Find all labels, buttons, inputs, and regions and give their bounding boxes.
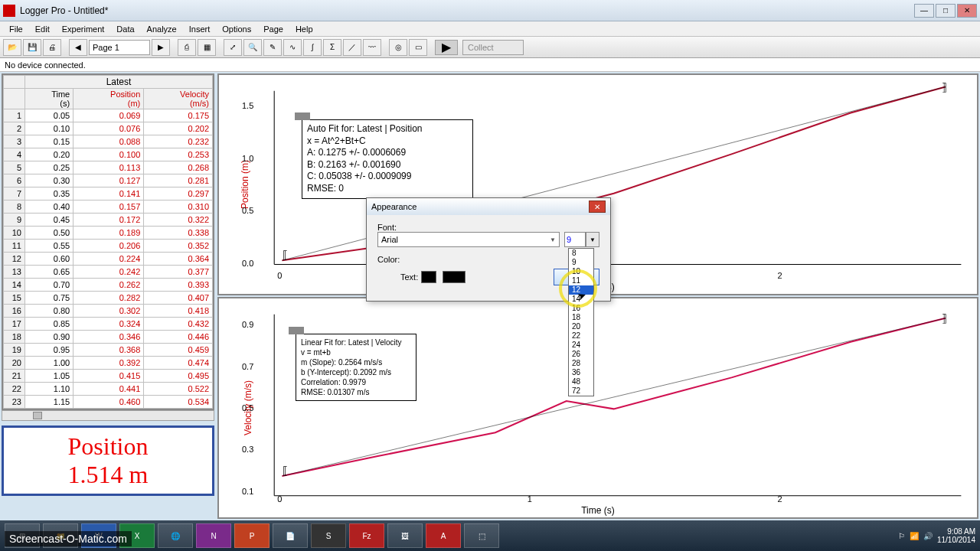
draw-icon[interactable]: ▭ <box>409 39 427 56</box>
table-row[interactable]: 80.400.1570.310 <box>4 201 213 214</box>
table-row[interactable]: 90.450.1720.322 <box>4 214 213 227</box>
size-option[interactable]: 16 <box>569 304 593 313</box>
size-option[interactable]: 22 <box>569 331 593 341</box>
data-table[interactable]: Latest Time(s) Position(m) Velocity(m/s)… <box>2 73 214 410</box>
size-option[interactable]: 36 <box>569 368 593 377</box>
zoom-icon[interactable]: 🔍 <box>243 39 262 56</box>
notepad-icon[interactable]: 📄 <box>273 523 308 548</box>
app-icon <box>3 5 15 17</box>
pictures-icon[interactable]: 🖼 <box>387 523 423 548</box>
menu-data[interactable]: Data <box>110 23 140 35</box>
tray-flag-icon[interactable]: ⚐ <box>898 532 905 540</box>
model-icon[interactable]: ◎ <box>389 39 407 56</box>
velocity-graph[interactable]: Velocity (m/s) ⟦ ⟧ 0.1 0.3 0.5 0.7 0.9 0… <box>217 297 978 519</box>
powerpoint-icon[interactable]: P <box>234 523 270 548</box>
open-icon[interactable]: 📂 <box>3 39 21 56</box>
table-row[interactable]: 20.100.0760.202 <box>4 122 213 135</box>
save-icon[interactable]: 💾 <box>23 39 41 56</box>
position-fit-box[interactable]: Auto Fit for: Latest | Position x = At^2… <box>302 119 473 199</box>
collect-play-icon[interactable]: ▶ <box>435 40 458 55</box>
tangent-icon[interactable]: ∿ <box>283 39 302 56</box>
table-row[interactable]: 160.800.3020.418 <box>4 305 213 318</box>
prev-page-icon[interactable]: ◀ <box>69 39 87 56</box>
menu-edit[interactable]: Edit <box>29 23 56 35</box>
next-page-icon[interactable]: ▶ <box>152 39 170 56</box>
collect-button[interactable]: Collect <box>462 40 524 55</box>
chrome-icon[interactable]: 🌐 <box>158 523 193 548</box>
som-icon[interactable]: S <box>311 523 346 548</box>
examine-icon[interactable]: ✎ <box>263 39 282 56</box>
font-dropdown[interactable]: Arial <box>377 232 560 247</box>
size-option[interactable]: 48 <box>569 377 593 386</box>
maximize-button[interactable]: □ <box>936 4 956 18</box>
text-color-swatch[interactable] <box>421 271 436 283</box>
table-row[interactable]: 110.550.2060.352 <box>4 240 213 253</box>
menu-page[interactable]: Page <box>257 23 289 35</box>
table-row[interactable]: 140.700.2620.393 <box>4 279 213 292</box>
live-meter[interactable]: Position 1.514 m <box>2 425 214 496</box>
menu-help[interactable]: Help <box>289 23 319 35</box>
tray-sound-icon[interactable]: 🔊 <box>923 532 933 540</box>
print-icon[interactable]: 🖨 <box>43 39 61 56</box>
table-row[interactable]: 221.100.4410.522 <box>4 383 213 396</box>
table-row[interactable]: 10.050.0690.175 <box>4 109 213 122</box>
menu-analyze[interactable]: Analyze <box>141 23 183 35</box>
store-icon[interactable]: ▦ <box>198 39 216 56</box>
table-row[interactable]: 180.900.3460.446 <box>4 331 213 344</box>
menu-insert[interactable]: Insert <box>183 23 217 35</box>
size-option[interactable]: 20 <box>569 322 593 331</box>
curvefit-icon[interactable]: 〰 <box>363 39 381 56</box>
page-selector[interactable]: Page 1 <box>89 40 150 55</box>
menu-experiment[interactable]: Experiment <box>56 23 111 35</box>
svg-text:⟦: ⟦ <box>283 249 288 261</box>
table-row[interactable]: 30.150.0880.232 <box>4 135 213 148</box>
table-row[interactable]: 40.200.1000.253 <box>4 148 213 161</box>
size-option[interactable]: 18 <box>569 313 593 322</box>
stats-icon[interactable]: Σ <box>323 39 341 56</box>
table-row[interactable]: 60.300.1270.281 <box>4 174 213 187</box>
device-icon[interactable]: ⎙ <box>178 39 196 56</box>
table-row[interactable]: 150.750.2820.407 <box>4 292 213 305</box>
table-row[interactable]: 130.650.2420.377 <box>4 266 213 279</box>
table-row[interactable]: 190.950.3680.459 <box>4 344 213 357</box>
close-button[interactable]: ✕ <box>957 4 977 18</box>
fitbox-handle-icon[interactable] <box>295 112 310 120</box>
size-option[interactable]: 10 <box>569 267 593 276</box>
integral-icon[interactable]: ∫ <box>303 39 322 56</box>
table-row[interactable]: 70.350.1410.297 <box>4 187 213 201</box>
filezilla-icon[interactable]: Fz <box>349 523 384 548</box>
recorder-icon[interactable]: ⬚ <box>464 523 499 548</box>
size-option[interactable]: 14 <box>569 295 593 304</box>
minimize-button[interactable]: — <box>914 4 934 18</box>
table-scrollbar[interactable] <box>2 410 214 421</box>
velocity-fit-box[interactable]: Linear Fit for: Latest | Velocity v = mt… <box>296 334 416 401</box>
table-row[interactable]: 170.850.3240.432 <box>4 318 213 331</box>
font-size-list[interactable]: 891011121416182022242628364872 <box>568 248 594 396</box>
size-option[interactable]: 8 <box>569 249 593 258</box>
size-option[interactable]: 28 <box>569 359 593 368</box>
table-row[interactable]: 211.050.4150.495 <box>4 370 213 383</box>
size-option[interactable]: 12 <box>569 285 593 295</box>
autoscale-icon[interactable]: ⤢ <box>224 39 242 56</box>
text-color-dropdown[interactable] <box>443 271 466 283</box>
dialog-close-icon[interactable]: ✕ <box>589 201 606 213</box>
menu-options[interactable]: Options <box>216 23 257 35</box>
table-row[interactable]: 100.500.1890.338 <box>4 227 213 240</box>
table-row[interactable]: 231.150.4600.534 <box>4 396 213 409</box>
fitbox-handle-icon[interactable] <box>289 327 304 334</box>
tray-network-icon[interactable]: 📶 <box>910 532 919 540</box>
size-option[interactable]: 9 <box>569 258 593 267</box>
size-option[interactable]: 11 <box>569 276 593 285</box>
table-row[interactable]: 201.000.3920.474 <box>4 357 213 370</box>
acrobat-icon[interactable]: A <box>426 523 461 548</box>
font-size-dropdown-icon[interactable]: ▼ <box>586 232 599 247</box>
size-option[interactable]: 72 <box>569 386 593 396</box>
font-size-input[interactable]: 9 <box>564 232 586 247</box>
size-option[interactable]: 24 <box>569 341 593 350</box>
table-row[interactable]: 120.600.2240.364 <box>4 253 213 266</box>
size-option[interactable]: 26 <box>569 350 593 359</box>
linefit-icon[interactable]: ／ <box>343 39 361 56</box>
onenote-icon[interactable]: N <box>196 523 231 548</box>
table-row[interactable]: 50.250.1130.268 <box>4 161 213 174</box>
menu-file[interactable]: File <box>3 23 29 35</box>
